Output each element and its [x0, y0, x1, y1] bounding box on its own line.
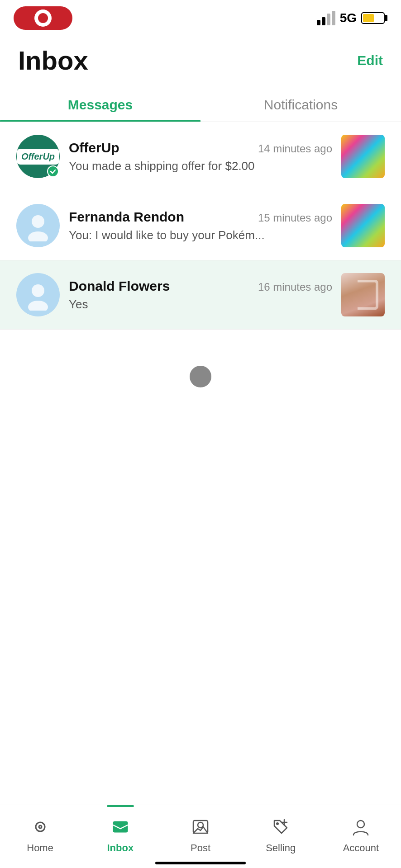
thumb-image-colorful: [341, 135, 385, 178]
loading-indicator: [0, 330, 401, 424]
loading-dot: [190, 366, 211, 387]
signal-bars: [317, 11, 335, 25]
svg-point-1: [28, 231, 48, 241]
message-time: 15 minutes ago: [258, 212, 332, 224]
avatar-wrap: [16, 273, 60, 316]
message-top: Donald Flowers 16 minutes ago: [69, 278, 332, 294]
nav-label-home: Home: [27, 842, 53, 854]
svg-point-5: [39, 826, 42, 828]
nav-item-post[interactable]: Post: [160, 805, 240, 859]
record-dot-inner: [38, 13, 48, 23]
svg-point-4: [36, 822, 45, 831]
nav-item-selling[interactable]: Selling: [241, 805, 321, 859]
status-bar: 5G: [0, 0, 401, 36]
svg-point-10: [198, 822, 203, 828]
svg-point-14: [357, 821, 364, 828]
battery-fill: [363, 14, 374, 22]
battery-indicator: [361, 12, 387, 24]
header: Inbox Edit: [0, 36, 401, 80]
avatar-wrap: [16, 204, 60, 247]
nav-label-post: Post: [191, 842, 210, 854]
avatar: [16, 273, 60, 316]
nav-label-account: Account: [343, 842, 379, 854]
sender-name: Fernanda Rendon: [69, 209, 184, 225]
tab-notifications[interactable]: Notifications: [200, 85, 401, 122]
avatar: [16, 204, 60, 247]
home-icon: [29, 815, 52, 839]
status-bar-right: 5G: [317, 11, 387, 25]
list-item[interactable]: Donald Flowers 16 minutes ago Yes: [0, 260, 401, 330]
home-indicator: [155, 862, 246, 864]
message-content: Fernanda Rendon 15 minutes ago You: I wo…: [69, 209, 332, 242]
message-content: Donald Flowers 16 minutes ago Yes: [69, 278, 332, 311]
edit-button[interactable]: Edit: [357, 53, 383, 68]
svg-point-2: [32, 284, 44, 297]
nav-item-account[interactable]: Account: [321, 805, 401, 859]
message-preview: Yes: [69, 297, 332, 311]
avatar-wrap: OfferUp: [16, 135, 60, 178]
message-top: Fernanda Rendon 15 minutes ago: [69, 209, 332, 225]
active-tab-indicator: [107, 805, 134, 807]
message-list: OfferUp OfferUp 14 minutes ago You made …: [0, 122, 401, 330]
svg-rect-6: [113, 821, 128, 832]
bottom-nav: Home Inbox Post: [0, 805, 401, 868]
battery-body: [361, 12, 385, 24]
list-item[interactable]: Fernanda Rendon 15 minutes ago You: I wo…: [0, 191, 401, 260]
nav-item-home[interactable]: Home: [0, 805, 80, 859]
thumb-image-mug: [341, 273, 385, 316]
sender-name: OfferUp: [69, 140, 119, 156]
message-content: OfferUp 14 minutes ago You made a shippi…: [69, 140, 332, 173]
inbox-icon: [109, 815, 132, 839]
tab-messages[interactable]: Messages: [0, 85, 200, 122]
message-preview: You made a shipping offer for $2.00: [69, 159, 332, 173]
sender-name: Donald Flowers: [69, 278, 170, 294]
svg-point-11: [276, 822, 279, 825]
svg-point-3: [28, 301, 48, 311]
verified-badge: [47, 165, 59, 177]
message-time: 16 minutes ago: [258, 281, 332, 293]
record-indicator: [14, 6, 72, 30]
message-thumbnail: [341, 135, 385, 178]
message-time: 14 minutes ago: [258, 142, 332, 155]
message-preview: You: I would like to buy your Pokém...: [69, 228, 332, 242]
nav-label-selling: Selling: [266, 842, 296, 854]
thumb-image-colorful2: [341, 204, 385, 247]
offerup-logo: OfferUp: [17, 149, 59, 165]
record-dot: [34, 9, 52, 27]
offerup-logo-text: OfferUp: [21, 151, 55, 162]
svg-point-0: [32, 215, 44, 228]
message-thumbnail: [341, 204, 385, 247]
message-top: OfferUp 14 minutes ago: [69, 140, 332, 156]
person-icon: [16, 204, 60, 247]
nav-item-inbox[interactable]: Inbox: [80, 805, 160, 859]
selling-icon: [269, 815, 292, 839]
message-thumbnail: [341, 273, 385, 316]
post-icon: [189, 815, 212, 839]
nav-label-inbox: Inbox: [107, 842, 134, 854]
network-type: 5G: [340, 11, 357, 25]
person-icon: [16, 273, 60, 316]
tabs-container: Messages Notifications: [0, 85, 401, 122]
status-bar-left: [14, 6, 72, 30]
account-icon: [349, 815, 372, 839]
page-title: Inbox: [18, 45, 88, 75]
battery-tip: [385, 15, 387, 21]
list-item[interactable]: OfferUp OfferUp 14 minutes ago You made …: [0, 122, 401, 191]
